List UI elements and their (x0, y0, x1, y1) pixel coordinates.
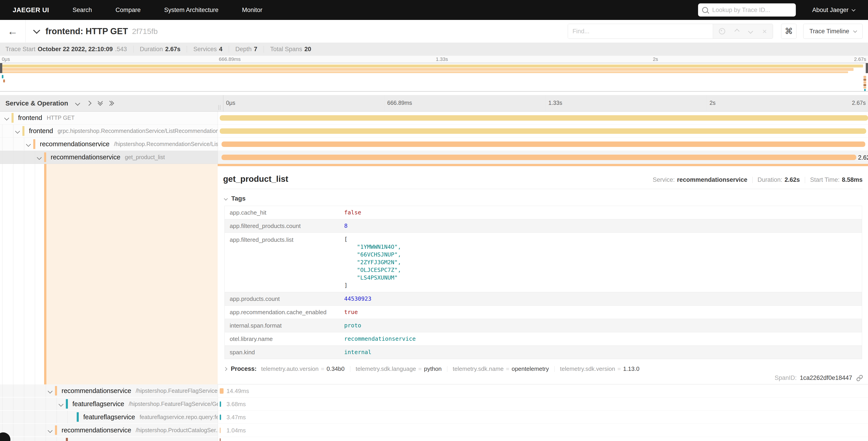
axis-tick: 666.89ms (387, 99, 412, 106)
collapse-span-chevron-icon[interactable] (49, 429, 52, 433)
keyboard-shortcuts-button[interactable]: ⌘ (781, 24, 797, 39)
span-duration-bar[interactable] (221, 142, 865, 147)
span-timeline-cell[interactable] (218, 111, 868, 124)
clear-find-icon[interactable]: × (762, 27, 767, 35)
tag-value: proto (344, 322, 361, 329)
trace-view-selector[interactable]: Trace Timeline (803, 24, 863, 39)
brand-jaeger-ui[interactable]: JAEGER UI (13, 6, 49, 14)
service-value: recommendationservice (677, 176, 747, 183)
span-duration-bar[interactable] (220, 128, 866, 134)
trace-minimap[interactable] (0, 63, 868, 91)
span-name-cell[interactable]: recommendationservice /hipstershop.Featu… (0, 384, 218, 398)
span-row[interactable]: featureflagservice /hipstershop.FeatureF… (0, 398, 868, 411)
collapse-span-chevron-icon[interactable] (49, 389, 52, 394)
collapse-span-chevron-icon[interactable] (27, 143, 30, 147)
collapse-span-chevron-icon[interactable] (16, 129, 19, 134)
focus-match-icon[interactable] (719, 28, 725, 34)
process-value: 0.34b0 (327, 365, 345, 373)
search-icon (702, 7, 708, 13)
operation-name: featureflagservice.repo.query:fe... (140, 414, 224, 420)
collapse-trace-chevron-icon[interactable] (33, 27, 40, 34)
collapse-one-icon[interactable] (76, 101, 80, 105)
span-name-cell[interactable]: featureflagservice /hipstershop.FeatureF… (0, 398, 218, 411)
span-name-cell[interactable]: featureflagservice featureflagservice.re… (0, 411, 218, 424)
span-duration-bar[interactable] (220, 401, 221, 407)
axis-tick: 1.33s (549, 99, 562, 106)
span-timeline-cell[interactable]: 3.68ms (218, 398, 868, 411)
span-timeline-cell[interactable] (218, 437, 868, 441)
span-name-cell[interactable]: frontend HTTP GET (0, 111, 218, 124)
equals-sign: = (321, 365, 324, 373)
span-name-cell[interactable]: recommendationservice get_product_list (0, 151, 218, 164)
service-name: featureflagservice (72, 400, 124, 408)
divider (752, 177, 753, 183)
collapse-span-chevron-icon[interactable] (59, 403, 63, 407)
span-timeline-cell[interactable]: 1.04ms (218, 424, 868, 437)
nav-item-search[interactable]: Search (73, 6, 92, 13)
tag-value: true (344, 308, 358, 316)
next-match-icon[interactable] (748, 29, 753, 34)
collapse-all-icon[interactable] (98, 101, 102, 105)
service-color-bar (22, 126, 25, 136)
indent-guides (2, 164, 46, 384)
column-resizer-grip[interactable] (218, 105, 220, 110)
indent-guides (2, 151, 35, 164)
span-name-cell[interactable] (0, 437, 218, 441)
tag-key: otel.library.name (225, 335, 344, 343)
span-duration-bar[interactable] (221, 155, 856, 160)
total-spans-label: Total Spans (270, 46, 302, 53)
span-name-cell[interactable]: frontend grpc.hipstershop.Recommendation… (0, 124, 218, 138)
span-duration-bar[interactable] (220, 428, 221, 433)
link-icon[interactable] (856, 375, 863, 381)
span-name-cell[interactable]: recommendationservice /hipstershop.Recom… (0, 138, 218, 151)
back-button[interactable]: ← (0, 20, 26, 42)
trace-id-search-input[interactable] (712, 6, 792, 14)
tags-accordion-header[interactable]: Tags (224, 195, 863, 202)
span-name-cell[interactable]: recommendationservice /hipstershop.Produ… (0, 424, 218, 437)
process-key: telemetry.sdk.version (560, 365, 615, 373)
service-color-bar (55, 425, 57, 435)
span-row[interactable]: recommendationservice /hipstershop.Featu… (0, 384, 868, 398)
find-control: × (568, 24, 773, 39)
expand-all-icon[interactable] (110, 101, 113, 105)
collapse-span-chevron-icon[interactable] (5, 116, 8, 121)
span-row[interactable]: recommendationservice /hipstershop.Recom… (0, 138, 868, 151)
span-timeline-cell[interactable] (218, 124, 868, 138)
json-bracket: ] (344, 282, 401, 289)
span-row[interactable]: recommendationservice /hipstershop.Produ… (0, 424, 868, 437)
tag-key: app.filtered_products.list (225, 235, 344, 243)
collapse-span-chevron-icon[interactable] (37, 156, 41, 160)
span-duration-bar[interactable] (220, 388, 223, 394)
about-jaeger-menu[interactable]: About Jaeger (812, 6, 855, 13)
span-duration-bar[interactable] (220, 115, 868, 121)
span-timeline-cell[interactable]: 14.49ms (218, 384, 868, 398)
span-duration-bar[interactable] (220, 414, 221, 420)
process-accordion-header[interactable]: Process: telemetry.auto.version = 0.34b0… (224, 365, 863, 373)
span-timeline-cell[interactable]: 2.62s (218, 151, 868, 164)
nav-item-system-architecture[interactable]: System Architecture (164, 6, 218, 13)
span-row[interactable]: frontend grpc.hipstershop.Recommendation… (0, 124, 868, 138)
span-row-partial[interactable] (0, 437, 868, 441)
tag-key: span.kind (225, 349, 344, 356)
span-timeline-cell[interactable] (218, 138, 868, 151)
find-buttons: × (713, 24, 773, 38)
tag-row: app.filtered_products.list [ "1YMWWN1N4O… (225, 233, 862, 292)
find-input[interactable] (568, 24, 713, 38)
minimap-left-scrubber-handle[interactable] (0, 63, 2, 73)
nav-item-compare[interactable]: Compare (115, 6, 141, 13)
span-duration-bar[interactable] (220, 438, 221, 441)
nav-item-monitor[interactable]: Monitor (242, 6, 262, 13)
trace-start-ms: .543 (115, 46, 127, 53)
span-timeline-cell[interactable]: 3.47ms (218, 411, 868, 424)
span-row[interactable]: featureflagservice featureflagservice.re… (0, 411, 868, 424)
expand-one-icon[interactable] (87, 101, 91, 105)
prev-match-icon[interactable] (735, 29, 740, 34)
minimap-right-scrubber-handle[interactable] (866, 63, 868, 73)
trace-id-search-box[interactable] (698, 3, 796, 17)
start-time-value: 8.58ms (842, 176, 863, 183)
divider (447, 366, 447, 372)
span-row-selected[interactable]: recommendationservice get_product_list 2… (0, 151, 868, 164)
trace-view-label: Trace Timeline (809, 28, 849, 35)
tag-value: 44530923 (344, 295, 371, 303)
span-row[interactable]: frontend HTTP GET (0, 111, 868, 124)
